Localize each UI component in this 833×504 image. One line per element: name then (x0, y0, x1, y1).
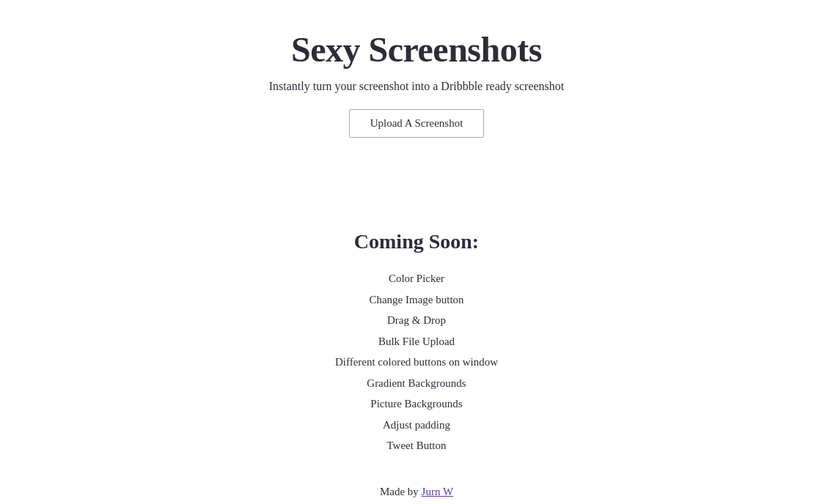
made-by-link[interactable]: Jurn W (422, 486, 453, 497)
page-title: Sexy Screenshots (269, 29, 565, 70)
coming-soon-section: Coming Soon: Color PickerChange Image bu… (335, 230, 498, 498)
made-by-label: Made by (380, 486, 419, 497)
list-item: Color Picker (335, 268, 498, 289)
list-item: Tweet Button (335, 435, 498, 456)
coming-soon-list: Color PickerChange Image buttonDrag & Dr… (335, 268, 498, 456)
subtitle-text: Instantly turn your screenshot into a Dr… (269, 80, 565, 93)
upload-button[interactable]: Upload A Screenshot (349, 109, 485, 138)
list-item: Gradient Backgrounds (335, 373, 498, 394)
list-item: Drag & Drop (335, 310, 498, 331)
list-item: Picture Backgrounds (335, 393, 498, 415)
list-item: Bulk File Upload (335, 331, 498, 352)
list-item: Different colored buttons on window (335, 352, 498, 373)
list-item: Change Image button (335, 289, 498, 311)
coming-soon-heading: Coming Soon: (335, 230, 498, 253)
list-item: Adjust padding (335, 415, 498, 436)
made-by-text: Made by Jurn W (335, 486, 498, 498)
header-section: Sexy Screenshots Instantly turn your scr… (269, 29, 565, 138)
